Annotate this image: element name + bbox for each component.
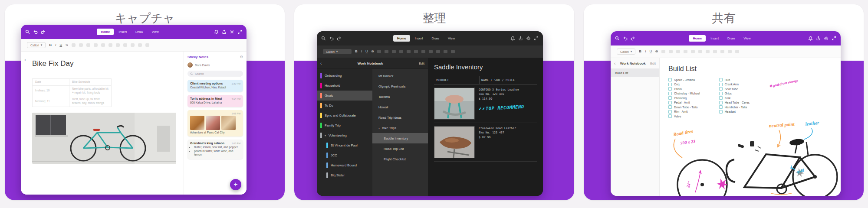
toolbar-icon[interactable]	[138, 43, 142, 47]
section-item[interactable]: Big Sister	[317, 170, 372, 180]
share-icon[interactable]	[518, 36, 523, 41]
toolbar-icon[interactable]	[676, 50, 680, 53]
toolbar-icon[interactable]	[385, 50, 388, 53]
edit-button[interactable]: Edit	[650, 62, 656, 65]
toolbar-icon[interactable]	[407, 50, 411, 53]
toolbar-icon[interactable]	[145, 43, 149, 47]
tab-insert[interactable]: Insert	[707, 35, 723, 42]
section-item[interactable]: Homeward Bound	[317, 160, 372, 170]
alerts-icon[interactable]	[808, 36, 813, 41]
undo-icon[interactable]	[623, 36, 628, 41]
toolbar-icon[interactable]	[698, 50, 702, 53]
checkbox[interactable]	[719, 78, 723, 81]
edit-button[interactable]: Edit	[419, 62, 424, 65]
search-icon[interactable]	[321, 36, 326, 41]
page-item[interactable]: Mt Rainier	[372, 71, 428, 81]
undo-icon[interactable]	[329, 36, 334, 41]
underline-icon[interactable]: U	[649, 50, 652, 53]
strikethrough-icon[interactable]: S	[655, 50, 658, 53]
toolbar-icon[interactable]	[661, 50, 665, 53]
checklist-item[interactable]: Head Tube - Ceres	[719, 101, 750, 104]
underline-icon[interactable]: U	[365, 50, 368, 53]
checklist-item[interactable]: Fork	[719, 96, 750, 100]
page-title[interactable]: Saddle Inventory	[434, 63, 537, 71]
toolbar-icon[interactable]	[79, 43, 83, 47]
section-item[interactable]: Onboarding	[317, 71, 372, 81]
sticky-note[interactable]: Client meeting options1:30 PMCoastal Kit…	[187, 80, 243, 92]
sticky-note[interactable]: Grandma's king salmon1:03 PMButter, lemo…	[187, 140, 243, 159]
settings-icon[interactable]	[824, 36, 829, 41]
italic-icon[interactable]: I	[55, 43, 56, 47]
checkbox[interactable]	[668, 78, 672, 81]
search-icon[interactable]	[615, 36, 620, 41]
toolbar-icon[interactable]	[86, 43, 90, 47]
underline-icon[interactable]: U	[59, 43, 62, 47]
checkbox[interactable]	[668, 87, 672, 91]
settings-icon[interactable]	[230, 29, 234, 34]
toolbar-icon[interactable]	[72, 43, 76, 47]
tab-insert[interactable]: Insert	[411, 35, 427, 42]
page-item[interactable]: ▾Bike Trips	[372, 123, 428, 133]
tab-view[interactable]: View	[740, 35, 755, 42]
checklist-item[interactable]: Chainring	[668, 96, 700, 100]
checklist-item[interactable]: Valve	[668, 114, 700, 118]
italic-icon[interactable]: I	[645, 50, 646, 53]
checkbox[interactable]	[719, 96, 723, 100]
page-item[interactable]: Hawaii	[372, 102, 428, 112]
tab-draw[interactable]: Draw	[132, 29, 147, 35]
toolbar-icon[interactable]	[735, 50, 739, 53]
page-title[interactable]: Bike Fix Day	[32, 59, 184, 68]
toolbar-icon[interactable]	[720, 50, 724, 53]
tab-view[interactable]: View	[148, 29, 163, 35]
toolbar-icon[interactable]	[116, 43, 120, 47]
toolbar-icon[interactable]	[377, 50, 381, 53]
sticky-note[interactable]: Tori's address in Maui4:14 PM606 Kalua D…	[187, 95, 243, 107]
search-icon[interactable]	[25, 29, 30, 34]
toolbar-icon[interactable]	[94, 43, 98, 47]
section-item[interactable]: Family Trip	[317, 120, 372, 130]
tab-view[interactable]: View	[444, 35, 459, 42]
new-note-fab[interactable]: +	[230, 179, 241, 190]
toolbar-icon[interactable]	[669, 50, 673, 53]
bold-icon[interactable]: B	[639, 50, 641, 53]
checkbox[interactable]	[668, 114, 672, 118]
checklist-item[interactable]: Seat Tube	[719, 87, 750, 91]
tab-home[interactable]: Home	[393, 35, 410, 42]
toolbar-icon[interactable]	[436, 50, 440, 53]
section-item[interactable]: Sync and Collaborate	[317, 110, 372, 120]
toolbar-icon[interactable]	[444, 50, 447, 53]
checklist-item[interactable]: Crank Arm	[719, 83, 750, 86]
checkbox[interactable]	[719, 110, 723, 114]
checklist-item[interactable]: Grips	[719, 92, 750, 95]
share-icon[interactable]	[222, 29, 227, 34]
checklist-item[interactable]: Headset	[719, 110, 750, 114]
page-item[interactable]: Build List	[611, 68, 659, 77]
strikethrough-icon[interactable]: S	[66, 43, 68, 47]
toolbar-icon[interactable]	[414, 50, 418, 53]
share-icon[interactable]	[816, 36, 821, 41]
checklist-item[interactable]: Chainstay - Michael	[668, 92, 700, 95]
page-item[interactable]: Olympic Peninsula	[372, 81, 428, 91]
undo-icon[interactable]	[33, 29, 38, 34]
checkbox[interactable]	[719, 101, 723, 104]
checkbox[interactable]	[719, 87, 723, 91]
page-item[interactable]: Tacoma	[372, 91, 428, 102]
chevron-down-icon[interactable]: ▾	[378, 127, 380, 130]
toolbar-icon[interactable]	[123, 43, 127, 47]
checkbox[interactable]	[668, 101, 672, 104]
toolbar-icon[interactable]	[451, 50, 455, 53]
checklist-item[interactable]: Chain	[668, 87, 700, 91]
toolbar-icon[interactable]	[108, 43, 112, 47]
italic-icon[interactable]: I	[361, 50, 362, 53]
checkbox[interactable]	[668, 105, 672, 109]
checkbox[interactable]	[668, 92, 672, 95]
toolbar-icon[interactable]	[684, 50, 687, 53]
sticky-search-input[interactable]: Search	[187, 71, 243, 77]
back-chevron-icon[interactable]: ‹	[24, 57, 26, 63]
redo-icon[interactable]	[631, 36, 635, 41]
section-item[interactable]: To Do	[317, 101, 372, 110]
tab-home[interactable]: Home	[689, 35, 706, 42]
font-selector[interactable]: Calibri▾	[27, 42, 46, 48]
checklist-item[interactable]: Hub	[719, 78, 750, 81]
toolbar-icon[interactable]	[713, 50, 717, 53]
